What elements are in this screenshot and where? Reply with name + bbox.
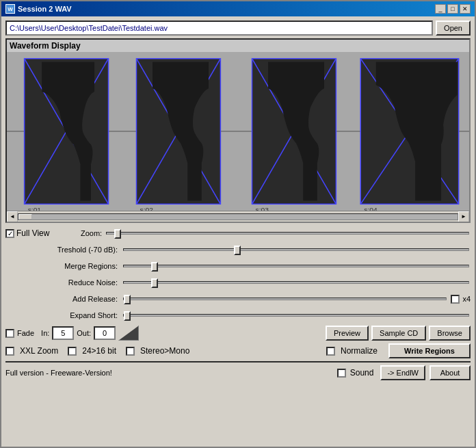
noise-slider[interactable] xyxy=(123,281,469,284)
fade-in-label: In: xyxy=(41,329,49,337)
bit-24-16-checkbox[interactable] xyxy=(68,347,77,356)
minimize-button[interactable]: _ xyxy=(435,4,446,14)
horizontal-scrollbar[interactable]: ◄ ► xyxy=(7,211,469,222)
release-thumb[interactable] xyxy=(124,295,131,304)
merge-thumb[interactable] xyxy=(151,262,158,272)
fade-in-input[interactable] xyxy=(52,326,74,340)
expand-row: Expand Short: xyxy=(5,308,471,323)
content-area: Open Waveform Display xyxy=(1,16,475,447)
main-window: W Session 2 WAV _ □ ✕ Open Waveform Disp… xyxy=(0,0,476,448)
title-bar: W Session 2 WAV _ □ ✕ xyxy=(1,1,475,16)
fade-out-input[interactable] xyxy=(94,326,116,340)
full-view-checkbox[interactable] xyxy=(5,229,14,238)
release-slider[interactable] xyxy=(123,298,447,300)
file-row: Open xyxy=(5,21,471,36)
waveform-title: Waveform Display xyxy=(7,40,469,52)
threshold-thumb[interactable] xyxy=(234,246,241,255)
svg-text:s:02: s:02 xyxy=(140,206,154,211)
threshold-slider[interactable] xyxy=(123,248,469,251)
sound-checkbox[interactable] xyxy=(337,369,346,378)
zoom-label: Zoom: xyxy=(81,229,102,237)
waveform-svg: s:01 s:02 xyxy=(7,52,469,211)
full-view-label: Full View xyxy=(16,228,49,238)
bottom-section: Fade In: Out: Preview Sample CD Browse X… xyxy=(5,326,471,380)
scroll-thumb[interactable] xyxy=(18,214,32,220)
merge-row: Merge Regions: xyxy=(5,259,471,274)
xxl-zoom-label: XXL Zoom xyxy=(20,346,58,356)
bit-24-16-label: 24>16 bit xyxy=(82,346,116,356)
normalize-checkbox[interactable] xyxy=(326,347,335,356)
status-row: Full version - Freeware-Version! Sound -… xyxy=(5,361,471,380)
about-button[interactable]: About xyxy=(429,365,471,380)
window-title: Session 2 WAV xyxy=(18,5,72,13)
zoom-thumb[interactable] xyxy=(114,229,121,239)
buttons-row-1: Fade In: Out: Preview Sample CD Browse xyxy=(5,326,471,341)
merge-slider[interactable] xyxy=(123,265,469,267)
browse-button[interactable]: Browse xyxy=(429,326,471,341)
release-label: Add Release: xyxy=(5,295,122,303)
noise-row: Reduce Noise: xyxy=(5,275,471,290)
fade-triangle-icon xyxy=(118,326,139,341)
fade-checkbox[interactable] xyxy=(5,329,14,338)
xxl-zoom-checkbox[interactable] xyxy=(5,347,14,356)
open-button[interactable]: Open xyxy=(436,21,471,36)
scroll-right-button[interactable]: ► xyxy=(458,211,469,222)
status-text: Full version - Freeware-Version! xyxy=(5,369,112,377)
zoom-slider[interactable] xyxy=(106,232,469,235)
options-row: XXL Zoom 24>16 bit Stereo>Mono Normalize… xyxy=(5,343,471,358)
release-row: Add Release: x4 xyxy=(5,291,471,306)
scroll-track[interactable] xyxy=(18,213,458,220)
controls-section: Full View Zoom: Treshold (-70 dB): Merge… xyxy=(5,226,471,323)
preview-button[interactable]: Preview xyxy=(326,326,369,341)
write-regions-button[interactable]: Write Regions xyxy=(388,343,471,358)
title-buttons: _ □ ✕ xyxy=(435,4,471,14)
svg-text:s:03: s:03 xyxy=(256,206,269,211)
fade-label: Fade xyxy=(17,329,34,337)
scroll-left-button[interactable]: ◄ xyxy=(7,211,18,222)
threshold-label: Treshold (-70 dB): xyxy=(5,246,122,254)
x4-checkbox[interactable] xyxy=(451,295,460,304)
full-view-row: Full View Zoom: xyxy=(5,226,471,241)
expand-label: Expand Short: xyxy=(5,311,122,319)
sample-cd-button[interactable]: Sample CD xyxy=(371,326,426,341)
maximize-button[interactable]: □ xyxy=(447,4,458,14)
file-path-input[interactable] xyxy=(5,21,433,36)
stereo-mono-checkbox[interactable] xyxy=(126,347,135,356)
noise-thumb[interactable] xyxy=(151,278,158,288)
merge-label: Merge Regions: xyxy=(5,262,122,270)
title-bar-left: W Session 2 WAV xyxy=(5,4,72,14)
sound-label: Sound xyxy=(350,368,374,378)
waveform-section: Waveform Display xyxy=(5,38,471,223)
waveform-area[interactable]: s:01 s:02 xyxy=(7,52,469,211)
noise-label: Reduce Noise: xyxy=(5,278,122,287)
stereo-mono-label: Stereo>Mono xyxy=(140,346,189,356)
endlw-button[interactable]: -> EndlW xyxy=(380,365,425,380)
svg-text:s:01: s:01 xyxy=(28,206,42,211)
close-button[interactable]: ✕ xyxy=(460,4,471,14)
expand-thumb[interactable] xyxy=(124,311,131,321)
threshold-row: Treshold (-70 dB): xyxy=(5,242,471,257)
app-icon: W xyxy=(5,4,15,14)
expand-slider[interactable] xyxy=(123,314,469,317)
fade-out-label: Out: xyxy=(77,329,91,337)
x4-label: x4 xyxy=(462,295,471,303)
normalize-label: Normalize xyxy=(341,346,378,356)
full-view-checkbox-container[interactable]: Full View xyxy=(5,228,81,238)
svg-text:s:04: s:04 xyxy=(364,206,378,211)
